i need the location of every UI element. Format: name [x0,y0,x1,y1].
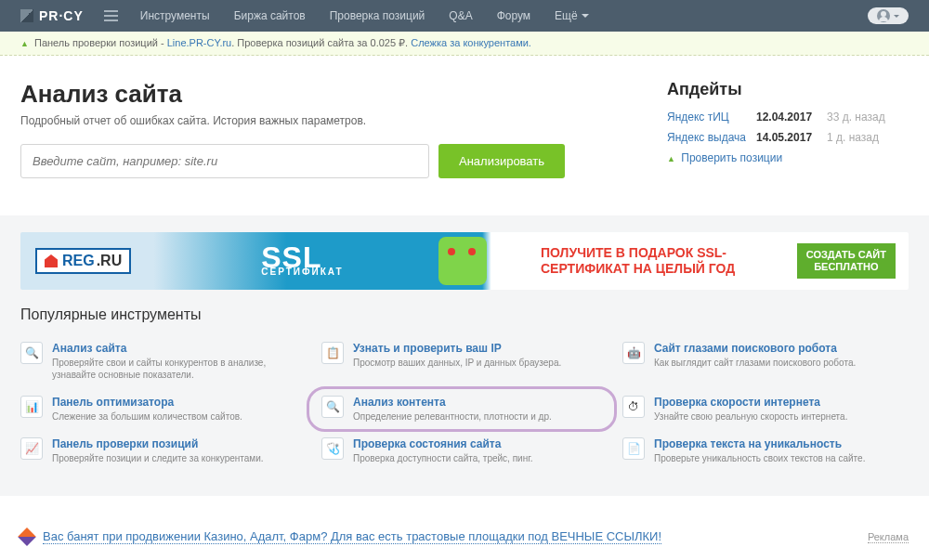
tool-title: Сайт глазами поискового робота [654,342,856,355]
promo-bar: ▲ Панель проверки позиций - Line.PR-CY.r… [0,32,929,56]
page-title: Анализ сайта [20,80,630,109]
ad-banner[interactable]: REG.RU SSLСЕРТИФИКАТ ПОЛУЧИТЕ В ПОДАРОК … [20,232,909,290]
tool-title: Проверка скорости интернета [654,396,847,409]
promo-link[interactable]: Line.PR-CY.ru [167,37,232,48]
update-ago: 33 д. назад [827,111,885,124]
tool-title: Проверка текста на уникальность [654,437,865,450]
chevron-down-icon [582,14,589,18]
tool-title: Панель оптимизатора [52,396,242,409]
menu-icon[interactable] [104,10,118,21]
nav-qa[interactable]: Q&A [449,9,472,22]
bottom-ad: Вас банят при продвижении Казино, Адалт,… [20,529,909,544]
reg-logo: REG.RU [35,248,131,274]
nav-instruments[interactable]: Инструменты [140,9,210,22]
tool-item[interactable]: 🔍Анализ сайтаПроверяйте свои и сайты кон… [20,338,307,384]
site-input[interactable] [20,144,429,178]
nav-more[interactable]: Ещё [555,9,589,22]
logo[interactable]: PR·CY [20,8,84,23]
updates-title: Апдейты [667,80,909,99]
tool-desc: Узнайте свою реальную скорость интернета… [654,410,847,423]
tool-icon: 📄 [622,437,645,460]
page-subtitle: Подробный отчет об ошибках сайта. Истори… [20,114,630,127]
tool-item[interactable]: 📊Панель оптимизатораСлежение за большим … [20,392,307,426]
ad-icon [18,527,36,546]
tool-item[interactable]: ⏱Проверка скорости интернетаУзнайте свою… [622,392,909,426]
navbar: PR·CY Инструменты Биржа сайтов Проверка … [0,0,929,32]
tool-desc: Проверка доступности сайта, трейс, пинг. [353,452,532,464]
tool-item[interactable]: 📈Панель проверки позицийПроверяйте позиц… [20,434,307,468]
nav-forum[interactable]: Форум [497,9,530,22]
triangle-icon: ▲ [20,39,29,48]
ad-label: Реклама [868,531,909,543]
update-ago: 1 д. назад [827,131,879,144]
check-positions-link[interactable]: ▲ Проверить позиции [667,151,909,164]
tool-desc: Как выглядит сайт глазами поискового роб… [654,357,856,369]
update-row: Яндекс тИЦ 12.04.2017 33 д. назад [667,111,909,124]
tool-desc: Проверьте уникальность своих текстов на … [654,452,865,464]
promo-link2[interactable]: Слежка за конкурентами. [411,37,531,48]
robot-icon [438,237,487,285]
tool-item[interactable]: 📋Узнать и проверить ваш IPПросмотр ваших… [321,338,608,384]
ssl-text: SSLСЕРТИФИКАТ [261,247,343,274]
create-site-button[interactable]: СОЗДАТЬ САЙТБЕСПЛАТНО [797,243,896,279]
tool-desc: Проверяйте свои и сайты конкурентов в ан… [52,357,307,381]
banner-text: ПОЛУЧИТЕ В ПОДАРОК SSL-СЕРТИФИКАТ НА ЦЕЛ… [541,245,735,277]
tool-item[interactable]: 📄Проверка текста на уникальностьПроверьт… [622,434,909,468]
nav-positions[interactable]: Проверка позиций [330,9,425,22]
update-name[interactable]: Яндекс тИЦ [667,111,756,124]
user-icon [877,9,890,22]
analyze-button[interactable]: Анализировать [438,144,565,178]
ad-link[interactable]: Вас банят при продвижении Казино, Адалт,… [43,529,661,544]
update-row: Яндекс выдача 14.05.2017 1 д. назад [667,131,909,144]
tool-desc: Проверяйте позиции и следите за конкурен… [52,452,264,464]
tool-desc: Определение релевантности, плотности и д… [353,410,552,423]
chevron-down-icon [894,15,899,18]
logo-icon [20,9,33,22]
tool-icon: 📈 [20,437,43,460]
tool-title: Проверка состояния сайта [353,437,532,450]
tool-icon: 🩺 [321,437,344,460]
user-menu[interactable] [868,7,909,24]
tool-icon: 📊 [20,396,43,418]
tool-icon: 🔍 [20,342,43,364]
tool-desc: Просмотр ваших данных, IP и данных брауз… [353,357,561,369]
update-date: 12.04.2017 [756,111,827,124]
tool-icon: 🔍 [321,396,344,418]
tool-item[interactable]: 🔍Анализ контентаОпределение релевантност… [321,392,608,426]
tool-item[interactable]: 🤖Сайт глазами поискового роботаКак выгля… [622,338,909,384]
tool-title: Анализ сайта [52,342,307,355]
tool-desc: Слежение за большим количеством сайтов. [52,410,242,423]
tool-icon: 🤖 [622,342,645,364]
popular-title: Популярные инструменты [20,306,909,323]
tool-title: Узнать и проверить ваш IP [353,342,561,355]
update-name[interactable]: Яндекс выдача [667,131,756,144]
popular-section: REG.RU SSLСЕРТИФИКАТ ПОЛУЧИТЕ В ПОДАРОК … [0,215,929,496]
tool-icon: 📋 [321,342,344,364]
tool-item[interactable]: 🩺Проверка состояния сайтаПроверка доступ… [321,434,608,468]
tool-title: Анализ контента [353,396,552,409]
nav-exchange[interactable]: Биржа сайтов [234,9,306,22]
tool-title: Панель проверки позиций [52,437,264,450]
update-date: 14.05.2017 [756,131,827,144]
tool-icon: ⏱ [622,396,645,418]
